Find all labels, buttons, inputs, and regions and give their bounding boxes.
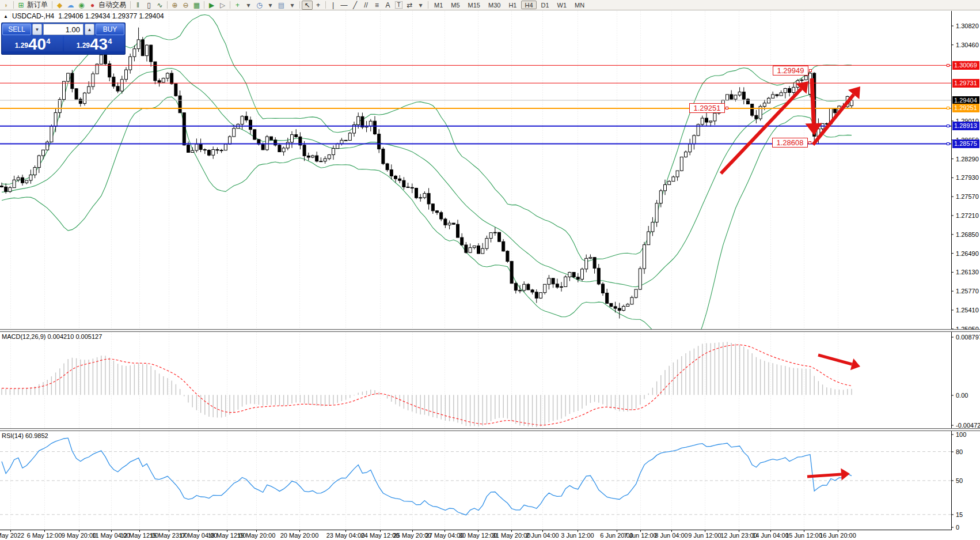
templates-icon: ▤ — [278, 1, 284, 9]
level-handle[interactable] — [947, 142, 949, 145]
level-handle[interactable] — [947, 64, 949, 67]
timeframe-H1[interactable]: H1 — [505, 1, 520, 9]
arrows-icon: ⇄ — [407, 1, 412, 9]
autotrading-label[interactable]: 自动交易 — [98, 0, 126, 10]
crosshair-button[interactable]: + — [313, 1, 324, 10]
signals-button[interactable]: ◉ — [76, 1, 87, 10]
zoom-in-button[interactable]: ⊕ — [169, 1, 180, 10]
cursor-button[interactable]: ↖ — [302, 1, 313, 10]
callout-handle — [808, 141, 811, 144]
community-cloud-button[interactable]: ☁ — [65, 1, 76, 10]
horizontal-line-button[interactable]: — — [339, 1, 350, 10]
timeframe-D1[interactable]: D1 — [538, 1, 553, 9]
sell-price-sup: 4 — [46, 37, 50, 45]
arrows-dropdown-icon: ▾ — [419, 1, 422, 9]
trend-arrow — [818, 355, 852, 364]
panel-splitter-rsi[interactable] — [0, 428, 980, 431]
axes: 1.308201.304601.290101.286501.282901.279… — [0, 11, 980, 531]
arrows-button[interactable]: ⇄ — [404, 1, 415, 10]
time-label: 27 May 04:00 — [426, 532, 464, 539]
tile-windows-button[interactable]: ▦ — [191, 1, 202, 10]
price-callout-high[interactable]: 1.29949 — [773, 66, 808, 75]
timeframe-M15[interactable]: M15 — [465, 1, 484, 9]
zoom-out-button[interactable]: ⊖ — [180, 1, 191, 10]
time-label: 19 May 20:00 — [237, 532, 276, 539]
templates-button[interactable]: ▤ — [276, 1, 287, 10]
bar-chart-type-button[interactable]: ‖ — [132, 1, 143, 10]
callout-handle — [725, 107, 728, 109]
buy-button[interactable]: BUY — [96, 24, 124, 35]
price-tick-label: 1.25410 — [956, 307, 979, 314]
trend-arrow — [721, 89, 802, 173]
indicators-dropdown-button[interactable]: ▾ — [243, 1, 254, 10]
mt4-terminal: { "colors": {"red":"#ee0f0f","blue":"#15… — [0, 0, 980, 540]
rsi-tick-label: 100 — [956, 431, 966, 438]
new-order-label[interactable]: 新订单 — [27, 0, 48, 10]
indicators-button[interactable]: + — [232, 1, 243, 10]
new-order-button[interactable]: ⊞ — [16, 1, 26, 10]
chart-shift-button[interactable]: ▷ — [217, 1, 228, 10]
buy-price-big: 43 — [90, 37, 108, 51]
indicators-dropdown-icon: ▾ — [246, 1, 250, 9]
periods-clock-icon: ◷ — [256, 1, 262, 9]
timeframe-M1[interactable]: M1 — [431, 1, 446, 9]
market-watch-button[interactable]: ◆ — [54, 1, 65, 10]
price-callout-pivot[interactable]: 1.29251 — [689, 103, 725, 113]
timeframe-MN[interactable]: MN — [571, 1, 588, 9]
text-button[interactable]: A — [382, 1, 393, 10]
time-label: 15 Jun 12:00 — [785, 532, 822, 539]
macd-tick-label: 0.00 — [956, 392, 968, 399]
price-tick-label: 1.27210 — [956, 212, 979, 219]
timeframe-M5[interactable]: M5 — [447, 1, 463, 9]
price-tick-label: 1.26130 — [956, 269, 979, 275]
price-callout-low[interactable]: 1.28608 — [772, 138, 808, 148]
timeframe-M30[interactable]: M30 — [485, 1, 504, 9]
periods-clock-button[interactable]: ◷ — [254, 1, 265, 10]
price-tick-label: 1.27570 — [956, 193, 979, 200]
text-label-button[interactable]: T — [393, 1, 404, 10]
tile-windows-icon: ▦ — [193, 1, 200, 9]
fibonacci-button[interactable]: ≡ — [371, 1, 382, 10]
sell-button[interactable]: SELL — [2, 24, 31, 35]
one-click-trading-panel: SELL ▼ 1.00 ▲ BUY 1.29404 1.29434 ◆ — [1, 22, 126, 55]
level-handle[interactable] — [947, 107, 949, 109]
equidistant-channel-button[interactable]: // — [360, 1, 371, 10]
sell-price-prefix: 1.29 — [15, 42, 28, 49]
clipped-search-icon: ◗ — [4, 1, 8, 9]
timeframe-H4[interactable]: H4 — [521, 1, 536, 9]
collapse-triangle-icon[interactable]: ▲ — [3, 14, 8, 19]
panel-splitter-macd[interactable] — [0, 329, 980, 332]
market-watch-icon: ◆ — [57, 1, 62, 9]
line-chart-type-icon: ∿ — [157, 1, 162, 9]
indicators-icon: + — [235, 1, 240, 9]
time-label: 20 May 20:00 — [280, 532, 319, 539]
volume-input[interactable]: 1.00 — [43, 24, 83, 35]
periods-dropdown-button[interactable]: ▾ — [265, 1, 276, 10]
arrows-dropdown-button[interactable]: ▾ — [415, 1, 426, 10]
line-chart-type-button[interactable]: ∿ — [154, 1, 165, 10]
time-axis-labels[interactable]: May 20226 May 12:009 May 20:0011 May 04:… — [0, 530, 856, 539]
trend-arrow-head — [841, 469, 850, 481]
candlesticks — [1, 28, 853, 319]
chart-canvas[interactable]: 1.308201.304601.290101.286501.282901.279… — [0, 0, 980, 540]
macd-label: MACD(12,26,9) 0.004210 0.005127 — [2, 333, 102, 340]
time-label: 16 Jun 20:00 — [819, 532, 856, 539]
auto-scroll-icon: ▶ — [209, 1, 214, 9]
volume-down-button[interactable]: ▼ — [32, 24, 42, 35]
sell-price[interactable]: 1.29404 — [2, 36, 63, 51]
zoom-out-icon: ⊖ — [183, 1, 188, 9]
autotrading-button[interactable]: ● — [87, 1, 98, 10]
time-label: 6 May 12:00 — [27, 532, 62, 539]
vertical-line-button[interactable]: | — [328, 1, 339, 10]
buy-price-prefix: 1.29 — [77, 42, 90, 49]
trendline-button[interactable]: ╱ — [350, 1, 360, 10]
candlestick-type-button[interactable]: ▯ — [143, 1, 154, 10]
periods-dropdown-icon: ▾ — [268, 1, 272, 9]
buy-price[interactable]: 1.29434 — [64, 36, 124, 51]
templates-dropdown-button[interactable]: ▾ — [287, 1, 298, 10]
volume-up-button[interactable]: ▲ — [85, 24, 94, 35]
auto-scroll-button[interactable]: ▶ — [206, 1, 217, 10]
timeframe-W1[interactable]: W1 — [554, 1, 571, 9]
level-handle[interactable] — [947, 124, 949, 127]
clipped-search-button[interactable]: ◗ — [1, 1, 12, 10]
